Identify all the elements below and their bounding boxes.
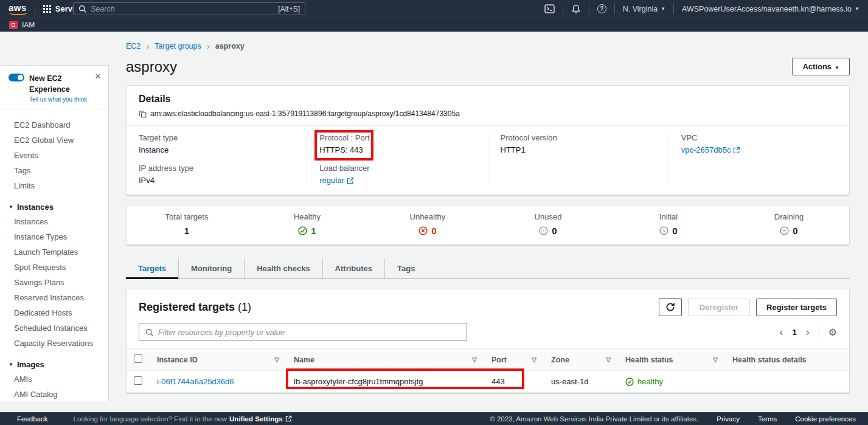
target-group-tabs: Targets Monitoring Health checks Attribu… [126,258,850,279]
vpc-link[interactable]: vpc-2657db5c [681,145,741,154]
target-name-cell: lb-asproxytyler-cfcg8jru1tmmqpntsjtg [286,371,484,393]
sidebar-item-scheduled-instances[interactable]: Scheduled Instances [0,320,108,336]
copy-icon[interactable] [139,110,147,118]
topbar-right: ? N. Virginia ▼ AWSPowerUserAccess/navan… [544,4,859,14]
region-selector[interactable]: N. Virginia ▼ [623,5,665,13]
divider [35,4,35,14]
previous-page-icon[interactable]: ‹ [779,328,783,336]
sidebar-item-ami-catalog[interactable]: AMI Catalog [0,387,108,401]
sidebar-section-instances[interactable]: ▼Instances [0,199,108,214]
column-header-zone[interactable]: Zone▽ [544,349,618,371]
registered-targets-table: Instance ID▽ Name▽ Port▽ Zone▽ Health st… [127,348,849,393]
field-label: IP address type [139,164,294,173]
tab-monitoring[interactable]: Monitoring [178,258,244,278]
sidebar-item-instances[interactable]: Instances [0,214,108,229]
banner-feedback-link[interactable]: Tell us what you think [29,96,95,103]
search-input[interactable] [91,5,274,13]
select-all-checkbox[interactable] [134,354,142,363]
external-link-icon [347,177,354,184]
tab-attributes[interactable]: Attributes [322,258,384,278]
deregister-button[interactable]: Deregister [688,299,750,316]
aws-logo[interactable]: aws [9,2,27,16]
field-label: Protocol : Port [319,133,475,142]
terms-link[interactable]: Terms [758,415,777,423]
next-page-icon[interactable]: › [806,328,810,336]
divider [614,4,615,14]
breadcrumb-current: asproxy [215,42,245,50]
account-menu[interactable]: AWSPowerUserAccess/navaneeth.kn@harness.… [682,5,859,13]
sidebar-item-ec2-dashboard[interactable]: EC2 Dashboard [0,117,108,133]
sidebar-item-reserved-instances[interactable]: Reserved Instances [0,290,108,305]
global-search[interactable]: [Alt+S] [73,2,305,15]
breadcrumb-ec2[interactable]: EC2 [126,42,141,50]
sidebar-item-amis[interactable]: AMIs [0,371,108,387]
instance-id-link[interactable]: i-06f1744a6a25d36d6 [157,377,234,386]
register-targets-button[interactable]: Register targets [756,299,837,316]
filter-input[interactable] [158,328,460,337]
column-header-instance-id[interactable]: Instance ID▽ [150,349,286,371]
sort-icon[interactable]: ▽ [713,356,718,363]
check-circle-icon [625,378,634,386]
target-group-arn: arn:aws:elasticloadbalancing:us-east-1:3… [150,109,460,118]
sidebar-item-dedicated-hosts[interactable]: Dedicated Hosts [0,305,108,320]
external-link-icon [733,147,740,154]
external-link-icon [285,415,292,422]
cookie-preferences-link[interactable]: Cookie preferences [795,415,856,423]
search-shortcut: [Alt+S] [278,5,300,13]
sidebar-item-limits[interactable]: Limits [0,178,108,193]
sidebar-item-savings-plans[interactable]: Savings Plans [0,275,108,290]
sort-icon[interactable]: ▽ [472,356,477,363]
actions-button[interactable]: Actions▼ [792,58,850,75]
sidebar-item-instance-types[interactable]: Instance Types [0,229,108,244]
sort-icon[interactable]: ▽ [606,356,611,363]
tab-tags[interactable]: Tags [384,258,427,278]
stat-label: Draining [729,212,849,221]
sidebar-nav: EC2 Dashboard EC2 Global View Events Tag… [0,109,108,401]
grid-icon [43,5,51,13]
stat-label: Unused [488,212,608,221]
load-balancer-link[interactable]: regular [319,176,353,185]
column-header-name[interactable]: Name▽ [286,349,484,371]
refresh-button[interactable] [659,298,682,316]
target-zone-cell: us-east-1d [544,371,618,393]
column-header-health-status-details: Health status details [725,349,849,371]
breadcrumb-target-groups[interactable]: Target groups [155,42,201,50]
row-checkbox[interactable] [134,376,142,385]
column-header-port[interactable]: Port▽ [484,349,544,371]
sidebar-section-images[interactable]: ▼Images [0,357,108,371]
target-type-value: Instance [139,145,294,154]
iam-service-icon [9,21,18,29]
favorite-iam[interactable]: IAM [22,21,35,29]
region-label: N. Virginia [623,5,658,13]
new-experience-toggle[interactable] [9,74,24,81]
sidebar-item-spot-requests[interactable]: Spot Requests [0,260,108,275]
tab-health-checks[interactable]: Health checks [244,258,322,278]
sort-icon[interactable]: ▽ [274,356,279,363]
column-header-health-status[interactable]: Health status▽ [618,349,725,371]
feedback-link[interactable]: Feedback [17,415,48,423]
close-icon[interactable]: × [95,72,101,81]
chevron-right-icon: › [146,43,149,50]
refresh-icon [665,302,675,312]
filter-input-box[interactable] [139,323,467,341]
notifications-bell-icon[interactable] [571,4,581,14]
sidebar-item-capacity-reservations[interactable]: Capacity Reservations [0,336,108,351]
unified-settings-link[interactable]: Unified Settings [229,415,283,423]
sort-icon[interactable]: ▽ [532,356,536,363]
initial-count: 0 [608,226,729,236]
chevron-down-icon: ▼ [661,6,665,12]
sidebar-item-ec2-global-view[interactable]: EC2 Global View [0,133,108,148]
sidebar-item-events[interactable]: Events [0,148,108,163]
divider [563,4,563,14]
tab-targets[interactable]: Targets [126,258,178,278]
help-icon[interactable]: ? [597,4,606,13]
target-health-summary: Total targets 1 Healthy 1 Unhealthy 0 [126,205,850,245]
account-label: AWSPowerUserAccess/navaneeth.kn@harness.… [682,5,852,13]
page-number[interactable]: 1 [792,328,796,337]
sidebar-item-launch-templates[interactable]: Launch Templates [0,244,108,260]
privacy-link[interactable]: Privacy [717,415,740,423]
main-content: EC2 › Target groups › asproxy asproxy Ac… [109,32,868,412]
cloudshell-icon[interactable] [544,4,555,13]
sidebar-item-tags[interactable]: Tags [0,163,108,178]
table-settings-gear-icon[interactable]: ⚙ [828,327,837,338]
